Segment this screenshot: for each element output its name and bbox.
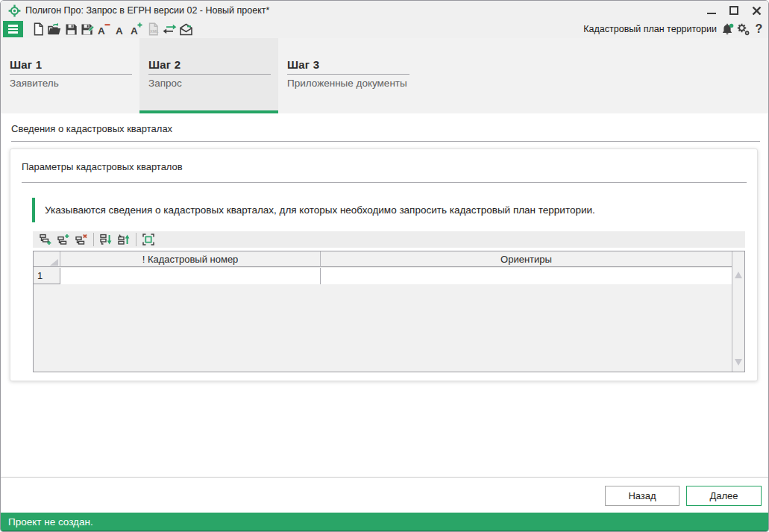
step-1-subtitle: Заявитель — [10, 78, 132, 89]
exchange-arrows-icon — [163, 23, 177, 35]
next-button[interactable]: Далее — [686, 486, 762, 506]
select-all-icon — [50, 259, 58, 266]
status-bar: Проект не создан. — [1, 513, 768, 531]
xml-file-icon: XML — [147, 22, 160, 36]
move-row-up-button[interactable] — [118, 234, 130, 245]
delete-row-button[interactable] — [75, 234, 87, 245]
save-as-button[interactable] — [79, 21, 95, 37]
font-increase-icon: А — [130, 22, 143, 36]
cell-landmarks — [321, 268, 732, 284]
move-row-down-button[interactable] — [100, 234, 112, 245]
hamburger-icon — [8, 25, 18, 26]
step-2-rule — [148, 74, 271, 75]
step-3-title: Шаг 3 — [287, 58, 409, 71]
step-2-subtitle: Запрос — [148, 78, 271, 89]
svg-text:А: А — [131, 25, 138, 36]
main-toolbar: А А А XML — [1, 20, 768, 38]
save-icon — [65, 23, 78, 36]
minimize-icon — [707, 13, 716, 15]
send-email-button[interactable] — [178, 21, 194, 37]
section-divider — [11, 141, 760, 142]
wizard-steps: Шаг 1 Заявитель Шаг 2 Запрос Шаг 3 Прило… — [1, 38, 768, 113]
landmarks-input[interactable] — [321, 268, 732, 284]
column-header-landmarks[interactable]: Ориентиры — [321, 251, 732, 267]
font-reset-icon: А — [113, 22, 127, 36]
save-button[interactable] — [63, 21, 79, 37]
help-button[interactable]: ? — [751, 21, 767, 37]
tab-step-1[interactable]: Шаг 1 Заявитель — [1, 38, 139, 113]
new-project-button[interactable] — [30, 21, 46, 37]
parameters-panel: Параметры кадастровых кварталов Указываю… — [10, 148, 758, 381]
font-increase-button[interactable]: А — [128, 21, 145, 37]
back-button[interactable]: Назад — [605, 486, 679, 506]
gear-icon — [737, 23, 750, 36]
svg-text:XML: XML — [150, 29, 159, 34]
row-number[interactable]: 1 — [34, 268, 60, 284]
close-icon — [752, 6, 762, 16]
font-decrease-icon: А — [97, 22, 110, 36]
column-header-cadastral-number[interactable]: ! Кадастровый номер — [60, 251, 321, 267]
cell-cadastral-number — [60, 268, 321, 284]
font-decrease-button[interactable]: А — [95, 21, 112, 37]
quarters-group: Указываются сведения о кадастровых кварт… — [32, 149, 745, 382]
step-3-rule — [287, 74, 409, 75]
tab-step-3[interactable]: Шаг 3 Приложенные документы — [278, 38, 417, 113]
step-3-subtitle: Приложенные документы — [287, 78, 409, 89]
toolbar-separator — [136, 233, 136, 246]
insert-row-button[interactable] — [57, 234, 69, 245]
title-bar: Полигон Про: Запрос в ЕГРН версии 02 - Н… — [1, 1, 768, 20]
expand-table-button[interactable] — [142, 234, 154, 245]
scroll-down-icon[interactable] — [735, 359, 742, 366]
step-1-title: Шаг 1 — [10, 58, 132, 71]
settings-button[interactable] — [735, 21, 751, 37]
svg-text:А: А — [98, 25, 105, 36]
info-note: Указываются сведения о кадастровых кварт… — [32, 198, 595, 222]
table-header: ! Кадастровый номер Ориентиры — [34, 251, 732, 267]
maximize-button[interactable] — [723, 1, 745, 20]
envelope-icon — [179, 23, 193, 36]
table-toolbar — [33, 231, 745, 248]
new-document-icon — [32, 22, 45, 36]
toolbar-separator — [93, 233, 94, 246]
svg-text:А: А — [116, 25, 123, 36]
application-window: Полигон Про: Запрос в ЕГРН версии 02 - Н… — [0, 0, 769, 532]
window-title: Полигон Про: Запрос в ЕГРН версии 02 - Н… — [25, 1, 269, 20]
app-logo-icon — [8, 4, 21, 17]
close-button[interactable] — [745, 1, 768, 20]
table-vertical-scrollbar[interactable] — [732, 251, 744, 372]
scroll-up-icon[interactable] — [735, 272, 742, 278]
open-project-button[interactable] — [46, 21, 63, 37]
toolbar-right: Кадастровый план территории — [583, 20, 767, 38]
exchange-button[interactable] — [161, 21, 178, 37]
status-text: Проект не создан. — [8, 516, 93, 528]
save-as-icon — [81, 23, 95, 36]
add-row-button[interactable] — [40, 234, 51, 245]
open-folder-icon — [47, 22, 62, 36]
quarters-table: ! Кадастровый номер Ориентиры 1 — [33, 251, 745, 372]
info-text: Указываются сведения о кадастровых кварт… — [45, 204, 595, 216]
footer-divider — [1, 477, 768, 478]
cadastral-number-input[interactable] — [60, 268, 320, 284]
info-accent-bar — [32, 198, 35, 222]
step-2-title: Шаг 2 — [148, 58, 271, 71]
bell-icon — [721, 23, 734, 36]
tab-step-2[interactable]: Шаг 2 Запрос — [139, 38, 278, 113]
font-reset-button[interactable]: А — [112, 21, 128, 37]
section-title: Сведения о кадастровых кварталах — [11, 123, 172, 134]
toolbar-buttons: А А А XML — [30, 21, 194, 37]
content-area: Сведения о кадастровых кварталах Парамет… — [1, 113, 768, 513]
main-menu-button[interactable] — [3, 21, 23, 37]
table-row: 1 — [34, 268, 732, 284]
maximize-icon — [729, 6, 738, 15]
minimize-button[interactable] — [700, 1, 723, 20]
document-type-label: Кадастровый план территории — [583, 24, 717, 34]
select-all-corner[interactable] — [34, 251, 60, 267]
xml-export-button-disabled[interactable]: XML — [145, 21, 161, 37]
step-1-rule — [10, 74, 132, 75]
notifications-button[interactable] — [720, 21, 735, 37]
